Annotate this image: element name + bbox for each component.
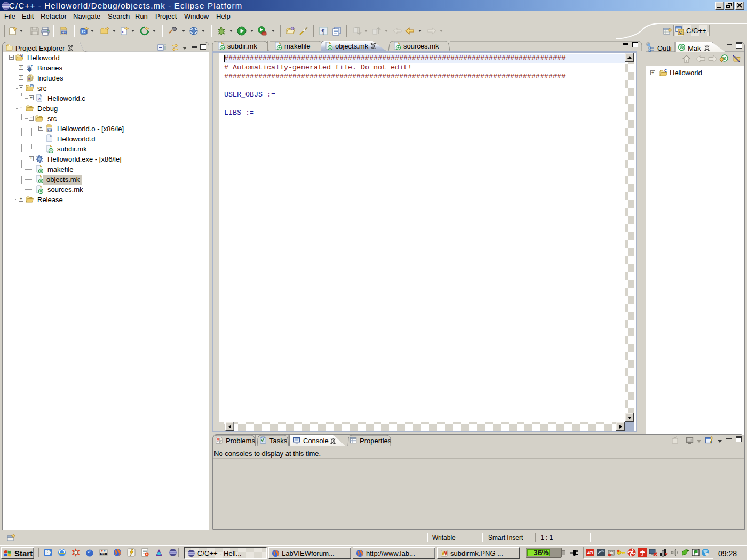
svg-text:c: c	[122, 29, 125, 34]
svg-text:010: 010	[62, 31, 66, 34]
svg-text:¶: ¶	[321, 28, 324, 35]
svg-text:ATI: ATI	[586, 550, 593, 555]
svg-text:C: C	[82, 29, 86, 34]
svg-text:C: C	[679, 30, 682, 35]
svg-text:321: 321	[101, 553, 105, 556]
